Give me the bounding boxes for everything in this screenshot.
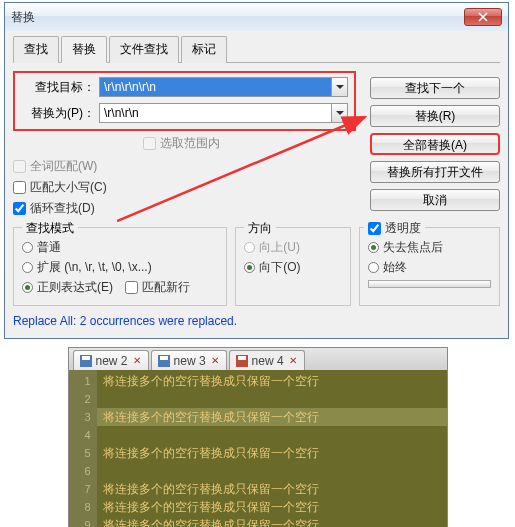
transparency-legend: 透明度	[364, 220, 425, 237]
mode-normal[interactable]: 普通	[22, 239, 218, 256]
status-text: Replace All: 2 occurrences were replaced…	[13, 312, 500, 330]
code-line: 将连接多个的空行替换成只保留一个空行	[97, 516, 447, 527]
replace-input[interactable]	[99, 103, 332, 123]
close-tab-icon[interactable]: ✕	[288, 356, 298, 366]
range-checkbox	[143, 137, 156, 150]
save-icon	[236, 355, 248, 367]
replace-label: 替换为(P)：	[21, 105, 99, 122]
replace-row: 替换为(P)：	[21, 103, 348, 123]
code-line	[97, 426, 447, 444]
match-case-checkbox[interactable]	[13, 181, 26, 194]
find-dropdown-arrow[interactable]	[332, 77, 348, 97]
transparency-slider[interactable]	[368, 280, 491, 288]
find-label: 查找目标：	[21, 79, 99, 96]
line-number: 1	[71, 372, 91, 390]
transparency-checkbox[interactable]	[368, 222, 381, 235]
trans-lose-focus[interactable]: 失去焦点后	[368, 239, 491, 256]
editor-panel: new 2✕ new 3✕ new 4✕ 1234567891011 将连接多个…	[68, 347, 448, 527]
button-column: 查找下一个 替换(R) 全部替换(A) 替换所有打开文件 取消	[370, 77, 500, 211]
code-area[interactable]: 将连接多个的空行替换成只保留一个空行将连接多个的空行替换成只保留一个空行将连接多…	[97, 370, 447, 527]
range-label: 选取范围内	[160, 135, 220, 152]
whole-word-checkbox	[13, 160, 26, 173]
find-row: 查找目标：	[21, 77, 348, 97]
wrap-row[interactable]: 循环查找(D)	[13, 200, 360, 217]
group-row: 查找模式 普通 扩展 (\n, \r, \t, \0, \x...) 正则表达式…	[13, 227, 500, 306]
replace-all-button[interactable]: 全部替换(A)	[370, 133, 500, 155]
line-number: 9	[71, 516, 91, 527]
close-icon	[478, 12, 488, 22]
code-line: 将连接多个的空行替换成只保留一个空行	[97, 444, 447, 462]
tab-find-in-files[interactable]: 文件查找	[109, 36, 179, 63]
tab-mark[interactable]: 标记	[181, 36, 227, 63]
save-icon	[80, 355, 92, 367]
line-number: 3	[71, 408, 91, 426]
line-number: 4	[71, 426, 91, 444]
search-mode-group: 查找模式 普通 扩展 (\n, \r, \t, \0, \x...) 正则表达式…	[13, 227, 227, 306]
search-mode-legend: 查找模式	[22, 220, 78, 237]
titlebar[interactable]: 替换	[5, 3, 508, 31]
dialog-body: 查找 替换 文件查找 标记 查找目标： 替换为(P)：	[5, 31, 508, 338]
code-line	[97, 462, 447, 480]
line-number: 6	[71, 462, 91, 480]
code-line: 将连接多个的空行替换成只保留一个空行	[97, 372, 447, 390]
tab-find[interactable]: 查找	[13, 36, 59, 63]
whole-word-row: 全词匹配(W)	[13, 158, 360, 175]
range-row: 选取范围内	[13, 135, 360, 152]
line-number: 7	[71, 480, 91, 498]
find-input[interactable]	[99, 77, 332, 97]
tab-replace[interactable]: 替换	[61, 36, 107, 63]
newline-row[interactable]: 匹配新行	[125, 279, 190, 296]
line-number: 5	[71, 444, 91, 462]
line-number: 8	[71, 498, 91, 516]
trans-always[interactable]: 始终	[368, 259, 491, 276]
cancel-button[interactable]: 取消	[370, 189, 500, 211]
code-line: 将连接多个的空行替换成只保留一个空行	[97, 498, 447, 516]
close-tab-icon[interactable]: ✕	[132, 356, 142, 366]
editor-tab[interactable]: new 2✕	[73, 350, 149, 370]
code-line: 将连接多个的空行替换成只保留一个空行	[97, 480, 447, 498]
direction-legend: 方向	[244, 220, 276, 237]
editor-tabstrip: new 2✕ new 3✕ new 4✕	[69, 348, 447, 370]
replace-dropdown-arrow[interactable]	[332, 103, 348, 123]
line-gutter: 1234567891011	[69, 370, 97, 527]
code-line	[97, 390, 447, 408]
editor-tab[interactable]: new 3✕	[151, 350, 227, 370]
close-tab-icon[interactable]: ✕	[210, 356, 220, 366]
options-column: 全词匹配(W) 匹配大小写(C) 循环查找(D)	[13, 158, 360, 217]
save-icon	[158, 355, 170, 367]
close-button[interactable]	[464, 8, 502, 26]
code-line: 将连接多个的空行替换成只保留一个空行	[97, 408, 447, 426]
wrap-checkbox[interactable]	[13, 202, 26, 215]
replace-button[interactable]: 替换(R)	[370, 105, 500, 127]
editor-body: 1234567891011 将连接多个的空行替换成只保留一个空行将连接多个的空行…	[69, 370, 447, 527]
line-number: 2	[71, 390, 91, 408]
replace-dialog: 替换 查找 替换 文件查找 标记 查找目标：	[4, 2, 509, 339]
highlight-fields: 查找目标： 替换为(P)：	[13, 71, 356, 131]
window-title: 替换	[11, 9, 35, 26]
direction-group: 方向 向上(U) 向下(O)	[235, 227, 351, 306]
dir-down[interactable]: 向下(O)	[244, 259, 342, 276]
find-next-button[interactable]: 查找下一个	[370, 77, 500, 99]
match-case-row[interactable]: 匹配大小写(C)	[13, 179, 360, 196]
mode-regex[interactable]: 正则表达式(E) 匹配新行	[22, 279, 218, 296]
transparency-group: 透明度 失去焦点后 始终	[359, 227, 500, 306]
tab-strip: 查找 替换 文件查找 标记	[13, 35, 500, 63]
mode-extended[interactable]: 扩展 (\n, \r, \t, \0, \x...)	[22, 259, 218, 276]
newline-checkbox[interactable]	[125, 281, 138, 294]
dir-up: 向上(U)	[244, 239, 342, 256]
replace-in-open-button[interactable]: 替换所有打开文件	[370, 161, 500, 183]
editor-tab[interactable]: new 4✕	[229, 350, 305, 370]
